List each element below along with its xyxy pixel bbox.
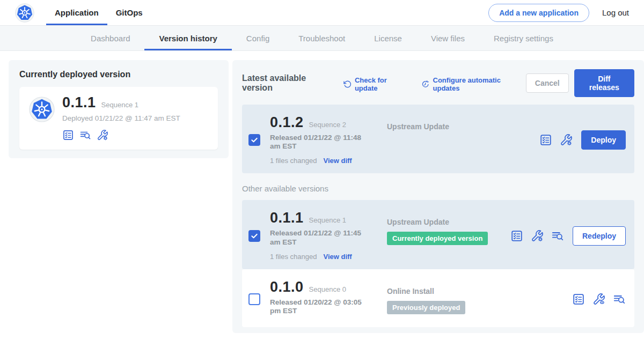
admin-console-page: Application GitOps Add a new application… xyxy=(0,0,644,340)
subnav-label: Dashboard xyxy=(91,34,130,43)
subnav-label: License xyxy=(374,34,402,43)
version-rows: 0.1.2 Sequence 2 Released 01/21/22 @ 11:… xyxy=(242,105,634,327)
version-source-col: Upstream Update Currently deployed versi… xyxy=(387,211,510,245)
checklist-icon[interactable] xyxy=(62,129,74,141)
version-row-0-1-2: 0.1.2 Sequence 2 Released 01/21/22 @ 11:… xyxy=(242,105,634,173)
main-content: Currently deployed version 0.1.1 Sequenc… xyxy=(0,51,644,333)
tab-application[interactable]: Application xyxy=(46,0,107,25)
version-source: Upstream Update xyxy=(387,122,510,131)
tab-application-label: Application xyxy=(55,8,99,17)
check-icon xyxy=(250,232,259,240)
redeploy-button[interactable]: Redeploy xyxy=(573,226,626,246)
version-number: 0.1.0 xyxy=(270,280,304,294)
deployed-version-number: 0.1.1 xyxy=(62,95,96,110)
kubernetes-logo-icon xyxy=(15,3,34,23)
header-buttons: Cancel Diff releases xyxy=(526,69,634,97)
header-actions: Add a new application Log out xyxy=(488,0,629,25)
version-info: 0.1.0 Sequence 0 Released 01/20/22 @ 03:… xyxy=(270,280,377,315)
released-timestamp: Released 01/21/22 @ 11:45 am EST xyxy=(270,229,372,246)
wrench-gear-icon[interactable] xyxy=(97,129,108,141)
subnav-item-registry-settings[interactable]: Registry settings xyxy=(479,26,568,50)
check-icon xyxy=(250,136,259,144)
add-application-button[interactable]: Add a new application xyxy=(488,4,589,22)
version-source: Online Install xyxy=(387,287,510,295)
latest-version-title: Latest available version xyxy=(242,73,336,93)
subnav-label: Config xyxy=(246,34,269,43)
version-number: 0.1.2 xyxy=(270,115,304,130)
tab-gitops[interactable]: GitOps xyxy=(107,0,151,25)
version-source: Upstream Update xyxy=(387,218,510,226)
version-actions xyxy=(572,293,626,306)
subnav-label: Version history xyxy=(159,34,217,43)
files-changed-label: 1 files changed xyxy=(270,253,317,261)
subnav-label: Registry settings xyxy=(494,34,553,43)
wrench-gear-icon[interactable] xyxy=(560,134,573,146)
version-history-panel: Latest available version Check for updat… xyxy=(232,60,644,333)
file-search-icon[interactable] xyxy=(613,293,626,306)
configure-automatic-updates-link[interactable]: Configure automatic updates xyxy=(421,76,526,92)
wrench-gear-icon[interactable] xyxy=(531,230,544,242)
version-row-0-1-0: 0.1.0 Sequence 0 Released 01/20/22 @ 03:… xyxy=(242,269,634,327)
latest-version-header: Latest available version Check for updat… xyxy=(242,69,634,97)
file-search-icon[interactable] xyxy=(79,129,91,141)
kubernetes-app-icon xyxy=(29,97,55,122)
subnav-item-dashboard[interactable]: Dashboard xyxy=(76,26,144,50)
check-for-update-label: Check for update xyxy=(355,76,409,92)
subnav-label: View files xyxy=(431,34,465,43)
version-checkbox[interactable] xyxy=(248,293,260,305)
currently-deployed-badge: Currently deployed version xyxy=(387,232,488,245)
refresh-icon xyxy=(343,80,352,88)
check-for-update-link[interactable]: Check for update xyxy=(343,76,410,92)
files-changed-label: 1 files changed xyxy=(270,157,317,165)
deploy-button[interactable]: Deploy xyxy=(581,130,626,150)
deployed-version-card: 0.1.1 Sequence 1 Deployed 01/21/22 @ 11:… xyxy=(19,87,218,150)
logout-button[interactable]: Log out xyxy=(602,8,629,17)
previously-deployed-badge: Previously deployed xyxy=(387,301,465,314)
update-links: Check for update Configure automatic upd… xyxy=(343,76,526,92)
version-checkbox[interactable] xyxy=(248,230,260,242)
file-search-icon[interactable] xyxy=(551,230,564,242)
app-subnav: Dashboard Version history Config Trouble… xyxy=(0,26,644,51)
version-actions: Deploy xyxy=(539,130,626,150)
deployed-timestamp: Deployed 01/21/22 @ 11:47 am EST xyxy=(62,114,180,122)
version-info: 0.1.1 Sequence 1 Released 01/21/22 @ 11:… xyxy=(270,211,377,260)
version-source-col: Upstream Update xyxy=(387,115,510,131)
header-tabs: Application GitOps xyxy=(46,0,151,25)
currently-deployed-panel: Currently deployed version 0.1.1 Sequenc… xyxy=(9,60,229,158)
currently-deployed-title: Currently deployed version xyxy=(19,70,218,79)
deployed-version-actions xyxy=(62,129,180,141)
checklist-icon[interactable] xyxy=(510,230,523,242)
checklist-icon[interactable] xyxy=(539,134,552,146)
version-sequence: Sequence 1 xyxy=(309,216,346,224)
version-source-col: Online Install Previously deployed xyxy=(387,280,510,314)
cancel-button[interactable]: Cancel xyxy=(526,73,569,93)
version-actions: Redeploy xyxy=(510,226,626,246)
deployed-version-sequence: Sequence 1 xyxy=(101,101,138,109)
subnav-item-version-history[interactable]: Version history xyxy=(144,26,231,50)
subnav-item-view-files[interactable]: View files xyxy=(416,26,479,50)
version-checkbox[interactable] xyxy=(248,134,260,146)
subnav-item-troubleshoot[interactable]: Troubleshoot xyxy=(284,26,360,50)
top-header: Application GitOps Add a new application… xyxy=(0,0,644,26)
configure-automatic-updates-label: Configure automatic updates xyxy=(433,76,526,92)
view-diff-link[interactable]: View diff xyxy=(323,253,352,261)
released-timestamp: Released 01/20/22 @ 03:05 pm EST xyxy=(270,298,372,315)
subnav-label: Troubleshoot xyxy=(298,34,345,43)
version-row-0-1-1: 0.1.1 Sequence 1 Released 01/21/22 @ 11:… xyxy=(242,200,634,269)
schedule-icon xyxy=(421,80,429,88)
released-timestamp: Released 01/21/22 @ 11:48 am EST xyxy=(270,134,372,151)
diff-releases-button[interactable]: Diff releases xyxy=(574,69,634,97)
version-sequence: Sequence 2 xyxy=(309,121,346,129)
wrench-eye-icon[interactable] xyxy=(592,293,605,306)
subnav-item-config[interactable]: Config xyxy=(232,26,284,50)
deployed-version-body: 0.1.1 Sequence 1 Deployed 01/21/22 @ 11:… xyxy=(62,95,180,141)
subnav-item-license[interactable]: License xyxy=(360,26,416,50)
version-sequence: Sequence 0 xyxy=(309,285,346,293)
version-number: 0.1.1 xyxy=(270,211,304,225)
tab-gitops-label: GitOps xyxy=(116,8,143,17)
checklist-icon[interactable] xyxy=(572,293,585,306)
other-versions-title: Other available versions xyxy=(242,184,634,193)
view-diff-link[interactable]: View diff xyxy=(323,157,352,165)
version-info: 0.1.2 Sequence 2 Released 01/21/22 @ 11:… xyxy=(270,115,377,165)
